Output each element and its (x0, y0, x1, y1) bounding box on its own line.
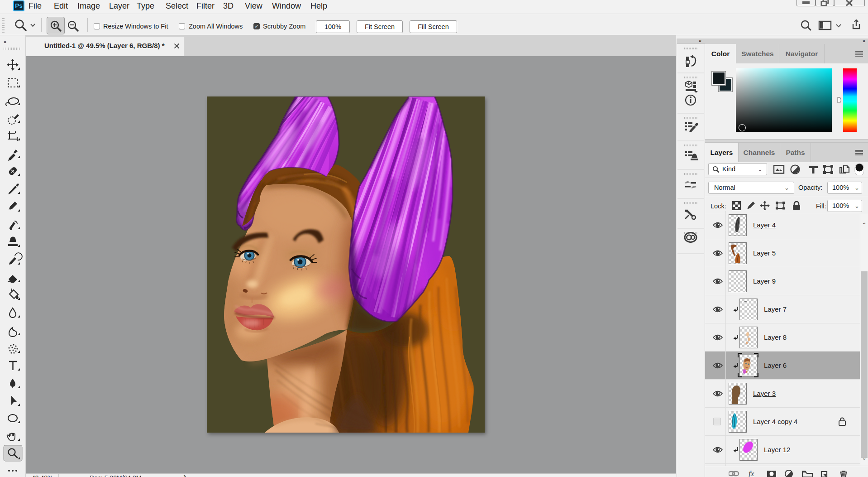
svg-text:fx: fx (749, 470, 754, 477)
